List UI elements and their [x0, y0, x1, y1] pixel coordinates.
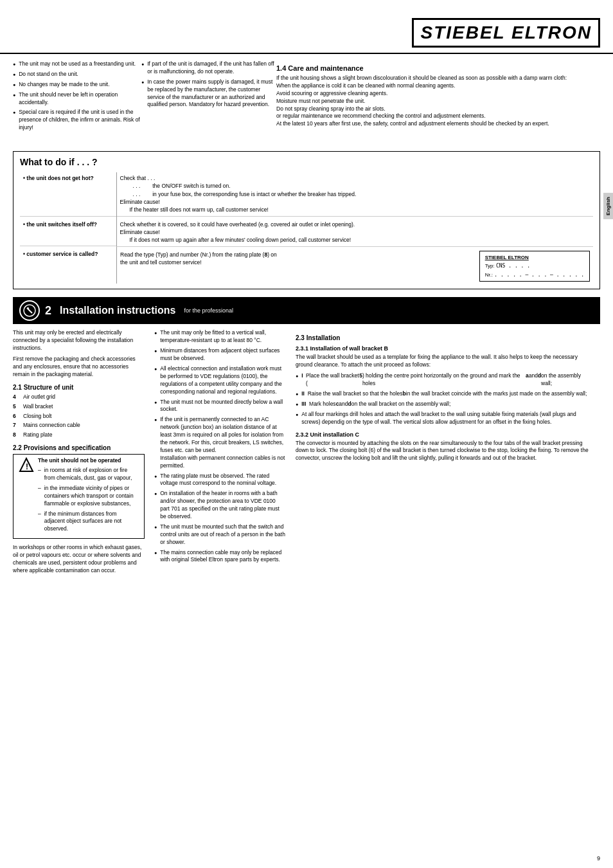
list-item: III Mark holes c and d on the wall brack…: [296, 401, 591, 408]
list-item: The rating plate must be observed. The r…: [154, 473, 286, 488]
list-item: The unit must not be mounted directly be…: [154, 399, 286, 414]
sub2-3-1-intro: The wall bracket should be used as a tem…: [296, 354, 591, 369]
problem-3: • customer service is called?: [20, 246, 116, 284]
sub2-3-2-heading: 2.3.2 Unit installation C: [296, 431, 591, 438]
warning-icon: !: [19, 457, 34, 475]
install-right-col: 2.3 Installation 2.3.1 Installation of w…: [296, 329, 600, 577]
list-item: in rooms at risk of explosion or fire fr…: [38, 467, 139, 482]
list-item: The mains connection cable may only be r…: [154, 549, 286, 565]
page-header: STIEBEL ELTRON: [0, 13, 613, 54]
table-row: • the unit does not get hot? Check that …: [20, 172, 593, 216]
warning-bold: The unit should not be operated: [38, 457, 121, 464]
list-item: I Place the wall bracket (5) holding the…: [296, 372, 591, 388]
page-number: 9: [597, 855, 600, 862]
box-nr: Nr.: . . . . . – . . . – . . . . .: [485, 271, 584, 279]
list-item: The unit may not be used as a freestandi…: [13, 60, 141, 68]
top-section: The unit may not be used as a freestandi…: [0, 60, 613, 143]
section2-header: 2 Installation instructions for the prof…: [13, 297, 600, 324]
top-right-col: 1.4 Care and maintenance If the unit hou…: [276, 60, 600, 137]
list-item: Do not stand on the unit.: [13, 71, 141, 78]
sub2-3-heading: 2.3 Installation: [296, 334, 591, 341]
list-item: All electrical connection and installati…: [154, 365, 286, 396]
stiebel-info-box: STIEBEL ELTRON Typ: CNS . . . . Nr.: . .…: [479, 251, 590, 282]
table-row: • the unit switches itself off? Check wh…: [20, 216, 593, 246]
sub2-3-1-heading: 2.3.1 Installation of wall bracket B: [296, 345, 591, 352]
list-item: if the minimum distances from adjacent o…: [38, 511, 139, 534]
what-to-do-box: What to do if . . . ? • the unit does no…: [13, 151, 600, 289]
care-text-1: If the unit housing shows a slight brown…: [276, 75, 485, 81]
care-text-2: possible with a damp warm cloth: When th…: [276, 75, 567, 127]
section2-subtitle: for the professional: [184, 307, 233, 314]
list-item: II Raise the wall bracket so that the ho…: [296, 390, 591, 398]
section2-icon: [19, 300, 40, 321]
care-text: If the unit housing shows a slight brown…: [276, 75, 600, 128]
warning-text: The unit should not be operated in rooms…: [38, 457, 139, 536]
box-brand: STIEBEL ELTRON: [485, 254, 584, 262]
problem-2: • the unit switches itself off?: [20, 216, 116, 246]
sub2-2-heading: 2.2 Provisions and specification: [13, 444, 145, 451]
list-item: The unit must be mounted such that the s…: [154, 523, 286, 547]
install-intro-2: First remove the packaging and check acc…: [13, 356, 145, 379]
installation-steps: I Place the wall bracket (5) holding the…: [296, 372, 591, 426]
section2-number: 2: [45, 304, 51, 318]
step-roman-1: I: [301, 372, 306, 388]
svg-line-1: [27, 308, 32, 313]
list-item: 4Air outlet grid: [13, 393, 145, 401]
problem-1: • the unit does not get hot?: [20, 172, 116, 216]
top-left-bullets: The unit may not be used as a freestandi…: [13, 60, 141, 132]
language-tab: English: [603, 193, 613, 219]
solution-3-text: Read the type (Typ) and number (Nr.) fro…: [120, 251, 277, 267]
list-item: The unit may only be fitted to a vertica…: [154, 329, 286, 345]
care-heading: 1.4 Care and maintenance: [276, 64, 600, 72]
section2-title: Installation instructions: [60, 305, 175, 316]
list-item: The unit should never be left in operati…: [13, 91, 141, 107]
list-item: 8Rating plate: [13, 431, 145, 439]
sub2-3-2-text: The convector is mounted by attaching th…: [296, 440, 591, 463]
list-item: 5Wall bracket: [13, 403, 145, 411]
install-left-col: This unit may only be erected and electr…: [13, 329, 154, 577]
list-item: If the unit is permanently connected to …: [154, 416, 286, 469]
top-mid-bullets: If part of the unit is damaged, if the u…: [141, 60, 276, 109]
structure-list: 4Air outlet grid5Wall bracket6Closing bo…: [13, 393, 145, 439]
what-to-do-table: • the unit does not get hot? Check that …: [20, 172, 593, 284]
brand-logo: STIEBEL ELTRON: [412, 18, 600, 48]
list-item: 6Closing bolt: [13, 413, 145, 420]
mid-bullets-list: The unit may only be fitted to a vertica…: [154, 329, 286, 564]
what-to-do-title: What to do if . . . ?: [20, 157, 593, 167]
section2-content: This unit may only be erected and electr…: [0, 329, 613, 577]
list-item: No changes may be made to the unit.: [13, 81, 141, 89]
list-item: Special care is required if the unit is …: [13, 109, 141, 132]
install-intro-1: This unit may only be erected and electr…: [13, 329, 145, 352]
triangle-warning-icon: !: [19, 457, 34, 473]
warning-box: ! The unit should not be operated in roo…: [13, 454, 145, 539]
list-item: in the immediate vicinity of pipes or co…: [38, 485, 139, 508]
step-roman-3: III: [301, 401, 309, 408]
top-left-col: The unit may not be used as a freestandi…: [13, 60, 141, 137]
solution-3: Read the type (Typ) and number (Nr.) fro…: [116, 246, 593, 284]
install-mid-col: The unit may only be fitted to a vertica…: [154, 329, 296, 577]
list-item: On installation of the heater in rooms w…: [154, 490, 286, 521]
list-item: 7Mains connection cable: [13, 422, 145, 429]
sub2-1-heading: 2.1 Structure of unit: [13, 384, 145, 391]
table-row: • customer service is called? Read the t…: [20, 246, 593, 284]
svg-text:!: !: [26, 462, 28, 471]
top-mid-col: If part of the unit is damaged, if the u…: [141, 60, 276, 137]
list-item: Minimum distances from adjacent object s…: [154, 347, 286, 363]
box-typ: Typ: CNS . . . .: [485, 262, 584, 270]
warning-list: in rooms at risk of explosion or fire fr…: [38, 467, 139, 533]
list-item: In case the power mains supply is damage…: [141, 78, 276, 109]
wrench-icon: [22, 303, 37, 318]
list-item: If part of the unit is damaged, if the u…: [141, 60, 276, 76]
install-extra: In workshops or other rooms in which exh…: [13, 544, 145, 575]
step-roman-2: II: [301, 390, 307, 398]
list-item: At all four markings drill holes and att…: [296, 411, 591, 426]
solution-1: Check that . . . . . . the ON/OFF switch…: [116, 172, 593, 216]
solution-2: Check whether it is covered, so it could…: [116, 216, 593, 246]
